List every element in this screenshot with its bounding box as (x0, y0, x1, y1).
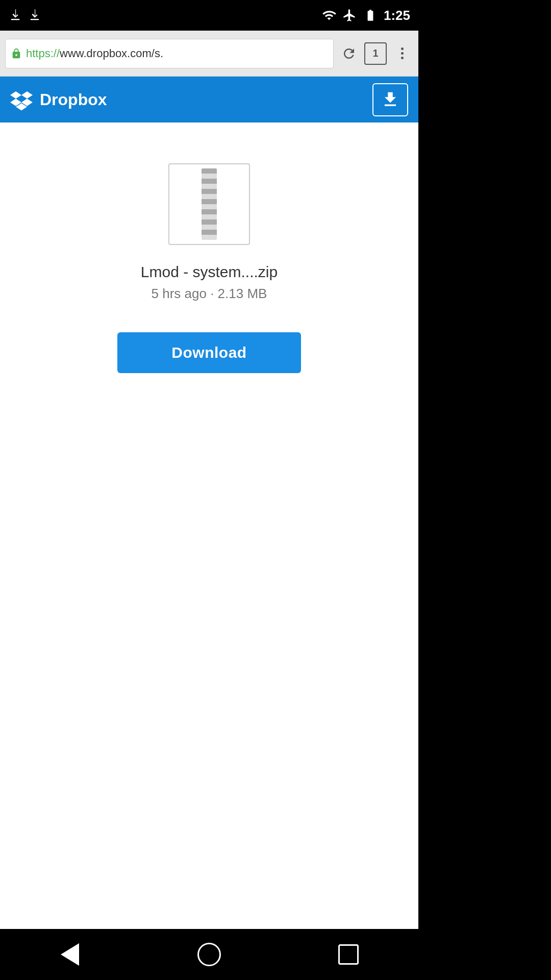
dropbox-logo-text: Dropbox (40, 90, 107, 109)
browser-menu-button[interactable] (391, 42, 413, 65)
status-bar: 1:25 (0, 0, 418, 31)
dropbox-logo: Dropbox (10, 88, 107, 111)
wifi-icon (320, 8, 338, 22)
menu-dot-2 (401, 52, 404, 55)
menu-dot-1 (401, 47, 404, 50)
back-triangle-icon (61, 943, 79, 966)
dropbox-header: Dropbox (0, 77, 418, 122)
header-download-button[interactable] (372, 83, 408, 116)
status-right-icons: 1:25 (320, 8, 410, 23)
lock-icon (11, 47, 22, 60)
menu-dot-3 (401, 57, 404, 59)
url-text: https://www.dropbox.com/s. (26, 47, 163, 60)
file-meta: 5 hrs ago · 2.13 MB (152, 286, 267, 302)
file-name: Lmod - system....zip (141, 263, 278, 281)
recents-button[interactable] (328, 934, 369, 975)
home-button[interactable] (189, 934, 230, 975)
download-button[interactable]: Download (117, 332, 301, 373)
zipper-graphic (202, 168, 217, 240)
home-circle-icon (197, 943, 221, 966)
status-left-icons (8, 7, 42, 23)
status-time: 1:25 (384, 8, 410, 23)
download-icon-2 (28, 7, 42, 23)
browser-bar: https://www.dropbox.com/s. 1 (0, 31, 418, 77)
download-icon-1 (8, 7, 22, 23)
recents-square-icon (338, 944, 359, 965)
back-button[interactable] (49, 934, 90, 975)
tabs-button[interactable]: 1 (364, 42, 387, 65)
zip-file-icon (168, 163, 250, 245)
airplane-icon (342, 8, 357, 22)
dropbox-box-icon (10, 88, 33, 111)
bottom-nav-bar (0, 929, 418, 980)
refresh-button[interactable] (338, 42, 360, 65)
url-bar[interactable]: https://www.dropbox.com/s. (5, 39, 334, 68)
battery-icon (361, 9, 380, 22)
main-content: Lmod - system....zip 5 hrs ago · 2.13 MB… (0, 122, 418, 934)
